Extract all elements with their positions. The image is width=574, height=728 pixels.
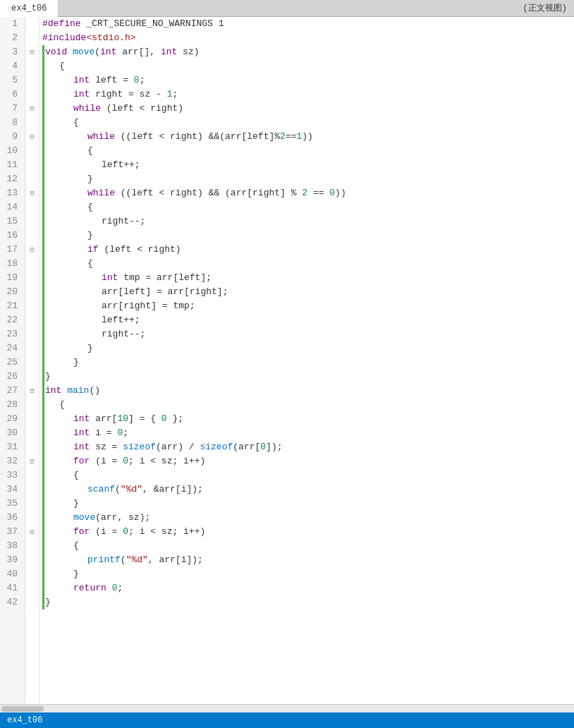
fold-icon[interactable]: ⊟ bbox=[30, 528, 34, 536]
code-content: { bbox=[73, 116, 79, 130]
code-content: int arr[10] = { 0 }; bbox=[73, 412, 183, 426]
gutter-cell bbox=[25, 483, 39, 497]
line-number: 14 bbox=[4, 200, 20, 214]
line-number: 25 bbox=[4, 356, 20, 370]
gutter-cell bbox=[25, 327, 39, 341]
table-row: } bbox=[42, 341, 574, 356]
gutter-cell bbox=[25, 214, 39, 229]
code-content: return 0; bbox=[73, 581, 123, 595]
table-row: arr[left] = arr[right]; bbox=[42, 285, 574, 299]
gutter-cell[interactable]: ⊟ bbox=[25, 45, 39, 59]
line-number: 28 bbox=[4, 398, 20, 412]
table-row: right--; bbox=[42, 327, 574, 341]
fold-icon[interactable]: ⊟ bbox=[30, 458, 34, 466]
gutter-cell[interactable]: ⊟ bbox=[25, 525, 39, 539]
gutter-cell[interactable]: ⊟ bbox=[25, 102, 39, 116]
code-content: } bbox=[87, 341, 93, 356]
line-number: 38 bbox=[4, 539, 20, 553]
code-content: { bbox=[73, 539, 79, 553]
line-number: 29 bbox=[4, 412, 20, 426]
line-number: 19 bbox=[4, 271, 20, 285]
code-content: } bbox=[73, 356, 79, 370]
fold-icon[interactable]: ⊟ bbox=[30, 387, 34, 395]
code-content: int right = sz - 1; bbox=[73, 87, 178, 102]
gutter-cell[interactable]: ⊟ bbox=[25, 186, 39, 200]
fold-icon[interactable]: ⊟ bbox=[30, 105, 34, 113]
gutter-cell[interactable]: ⊟ bbox=[25, 243, 39, 257]
table-row: int i = 0; bbox=[42, 426, 574, 440]
active-tab[interactable]: ex4_t06 bbox=[0, 0, 59, 17]
gutter-cell bbox=[25, 426, 39, 440]
table-row: int sz = sizeof(arr) / sizeof(arr[0]); bbox=[42, 440, 574, 454]
table-row: int main() bbox=[42, 384, 574, 398]
gutter-cell bbox=[25, 497, 39, 511]
code-content: } bbox=[73, 497, 79, 511]
line-number: 16 bbox=[4, 229, 20, 243]
gutter-cell bbox=[25, 553, 39, 567]
line-number: 4 bbox=[4, 59, 20, 73]
gutter-cell bbox=[25, 285, 39, 299]
gutter-cell bbox=[25, 87, 39, 102]
code-content: int tmp = arr[left]; bbox=[102, 271, 212, 285]
code-content: { bbox=[87, 200, 93, 214]
fold-icon[interactable]: ⊟ bbox=[30, 133, 34, 141]
code-content: } bbox=[87, 172, 93, 186]
table-row: } bbox=[42, 497, 574, 511]
code-content: arr[left] = arr[right]; bbox=[102, 285, 228, 299]
gutter-cell[interactable]: ⊟ bbox=[25, 130, 39, 144]
code-content: int sz = sizeof(arr) / sizeof(arr[0]); bbox=[73, 440, 283, 454]
line-number: 24 bbox=[4, 341, 20, 356]
code-content: } bbox=[73, 567, 79, 581]
scrollbar-horizontal[interactable] bbox=[0, 704, 574, 712]
table-row: { bbox=[42, 398, 574, 412]
line-number: 22 bbox=[4, 313, 20, 327]
table-row: } bbox=[42, 370, 574, 384]
code-content: { bbox=[87, 257, 93, 271]
table-row: for (i = 0; i < sz; i++) bbox=[42, 525, 574, 539]
code-content: } bbox=[87, 229, 93, 243]
gutter-cell[interactable]: ⊟ bbox=[25, 384, 39, 398]
gutter-cell bbox=[25, 200, 39, 214]
code-content: } bbox=[45, 595, 51, 609]
gutter-cell bbox=[25, 370, 39, 384]
scrollbar-thumb[interactable] bbox=[1, 706, 44, 712]
code-content: printf("%d", arr[i]); bbox=[87, 553, 203, 567]
code-content: while ((left < right) && (arr[right] % 2… bbox=[87, 186, 346, 200]
table-row: { bbox=[42, 144, 574, 158]
fold-icon[interactable]: ⊟ bbox=[30, 49, 34, 56]
line-number: 34 bbox=[4, 483, 20, 497]
table-row: } bbox=[42, 172, 574, 186]
gutter-cell bbox=[25, 17, 39, 31]
code-content: scanf("%d", &arr[i]); bbox=[87, 483, 203, 497]
fold-icon[interactable]: ⊟ bbox=[30, 246, 34, 254]
line-number: 9 bbox=[4, 130, 20, 144]
line-number: 6 bbox=[4, 87, 20, 102]
code-content: while ((left < right) &&(arr[left]%2==1)… bbox=[87, 130, 313, 144]
code-content: int left = 0; bbox=[73, 73, 145, 87]
table-row: right--; bbox=[42, 214, 574, 229]
editor-container: ex4_t06 (正文视图) 1234567891011121314151617… bbox=[0, 0, 574, 728]
line-number: 35 bbox=[4, 497, 20, 511]
gutter-cell[interactable]: ⊟ bbox=[25, 454, 39, 468]
status-left: ex4_t06 bbox=[7, 715, 42, 725]
table-row: int right = sz - 1; bbox=[42, 87, 574, 102]
code-content: { bbox=[59, 398, 65, 412]
gutter-cell bbox=[25, 172, 39, 186]
code-content: right--; bbox=[102, 327, 145, 341]
line-number: 23 bbox=[4, 327, 20, 341]
line-number: 40 bbox=[4, 567, 20, 581]
fold-icon[interactable]: ⊟ bbox=[30, 190, 34, 198]
code-content: { bbox=[73, 468, 79, 483]
gutter-cell bbox=[25, 440, 39, 454]
line-number: 33 bbox=[4, 468, 20, 483]
code-content: right--; bbox=[102, 214, 145, 229]
code-lines[interactable]: #define _CRT_SECURE_NO_WARNINGS 1#includ… bbox=[39, 17, 574, 704]
line-number: 17 bbox=[4, 243, 20, 257]
line-number: 18 bbox=[4, 257, 20, 271]
gutter-cell bbox=[25, 511, 39, 525]
line-number: 41 bbox=[4, 581, 20, 595]
code-content: for (i = 0; i < sz; i++) bbox=[73, 454, 205, 468]
tab-filename: ex4_t06 bbox=[11, 4, 47, 13]
code-content: if (left < right) bbox=[87, 243, 181, 257]
table-row: scanf("%d", &arr[i]); bbox=[42, 483, 574, 497]
